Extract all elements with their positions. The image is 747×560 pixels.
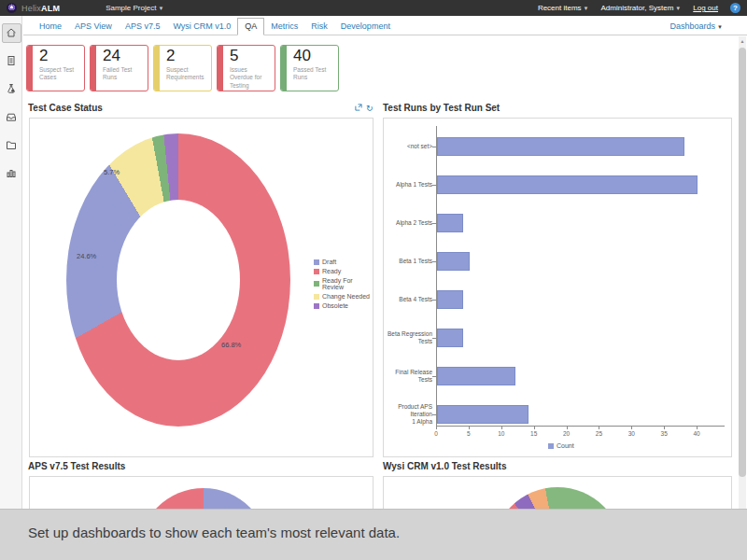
x-axis-tick-label: 25 <box>596 430 602 437</box>
x-axis-line <box>436 426 725 427</box>
card-stripe <box>154 46 160 91</box>
sidebar-item-reports[interactable] <box>0 159 22 187</box>
legend-swatch <box>548 443 554 449</box>
bar-category-label: Product APS Iteration 1 Alpha <box>384 405 432 424</box>
help-button[interactable]: ? <box>730 3 740 13</box>
x-axis-tick <box>697 427 698 429</box>
aps-results-panel <box>29 476 374 509</box>
sidebar-item-test-runs[interactable] <box>0 75 22 103</box>
card-label: Suspect Requirements <box>166 66 211 82</box>
sidebar-item-documents[interactable] <box>0 131 22 159</box>
logout-link[interactable]: Log out <box>693 4 718 12</box>
helix-logo-icon <box>7 3 17 13</box>
legend-swatch <box>314 259 319 265</box>
y-axis-tick <box>432 414 436 415</box>
bar-category-label: <not set> <box>384 137 432 156</box>
legend-label: Change Needed <box>322 293 370 300</box>
donut-data-label: 24.6% <box>77 252 96 260</box>
home-icon <box>2 23 21 43</box>
card-suspect-requirements[interactable]: 2 Suspect Requirements <box>153 45 212 91</box>
bar <box>437 214 463 232</box>
flask-clock-icon <box>2 79 21 99</box>
bar <box>437 290 463 309</box>
x-axis-tick <box>664 427 665 429</box>
y-axis-tick <box>432 300 436 301</box>
card-value: 40 <box>293 48 338 65</box>
donut-hole <box>117 200 240 360</box>
tab-home[interactable]: Home <box>33 19 68 35</box>
y-axis-tick <box>432 185 436 186</box>
tab-risk[interactable]: Risk <box>304 19 334 35</box>
x-axis-tick <box>534 427 535 429</box>
donut-data-label: 5.7% <box>104 168 120 176</box>
x-axis-tick-label: 5 <box>467 430 471 437</box>
bar <box>437 175 698 194</box>
tab-wysi-crm[interactable]: Wysi CRM v1.0 <box>166 19 237 35</box>
test-runs-bar-chart: Count <not set>Alpha 1 TestsAlpha 2 Test… <box>384 119 731 456</box>
x-axis-tick <box>436 427 437 429</box>
card-suspect-test-cases[interactable]: 2 Suspect Test Cases <box>26 45 85 91</box>
bar-category-label: Final Release Tests <box>384 367 432 385</box>
tab-development[interactable]: Development <box>334 19 397 35</box>
card-value: 2 <box>166 48 211 65</box>
x-axis-tick-label: 20 <box>563 430 570 437</box>
tab-qa[interactable]: QA <box>237 18 264 35</box>
sidebar-item-home[interactable] <box>0 19 22 47</box>
tab-metrics[interactable]: Metrics <box>264 19 304 35</box>
panel-actions: ↻ <box>355 104 374 113</box>
scroll-up-icon[interactable]: ▲ <box>739 38 746 44</box>
x-axis-tick <box>501 427 502 429</box>
card-value: 2 <box>39 48 84 65</box>
x-axis-tick-label: 30 <box>628 430 635 437</box>
dashboards-selector[interactable]: Dashboards▼ <box>670 21 723 35</box>
y-axis-tick <box>432 261 436 262</box>
metric-cards: 2 Suspect Test Cases 24 Failed Test Runs… <box>26 45 339 91</box>
bar-legend: Count <box>548 442 574 449</box>
bar-category-label: Alpha 2 Tests <box>384 214 432 232</box>
tab-aps-view[interactable]: APS View <box>68 19 119 35</box>
card-stripe <box>218 46 223 91</box>
card-failed-test-runs[interactable]: 24 Failed Test Runs <box>90 45 148 91</box>
document-icon <box>2 51 21 71</box>
bar <box>437 329 463 347</box>
legend-item: Obsolete <box>314 302 373 309</box>
scrollbar-thumb[interactable] <box>739 48 746 477</box>
legend-label: Ready <box>322 268 341 274</box>
legend-label: Count <box>557 442 574 449</box>
x-axis-tick <box>469 427 470 429</box>
legend-label: Ready For Review <box>322 277 373 290</box>
legend-swatch <box>314 303 319 309</box>
bar-category-label: Alpha 1 Tests <box>384 175 432 194</box>
left-sidebar <box>0 16 22 509</box>
project-selector[interactable]: Sample Project▼ <box>106 4 163 12</box>
user-menu[interactable]: Administrator, System▼ <box>601 4 682 12</box>
tab-aps-v75[interactable]: APS v7.5 <box>119 19 167 35</box>
inbox-icon <box>2 107 21 127</box>
y-axis-tick <box>432 376 436 377</box>
donut-legend: DraftReadyReady For ReviewChange NeededO… <box>314 259 373 312</box>
panel-title-test-runs: Test Runs by Test Run Set <box>383 103 500 113</box>
legend-item: Ready <box>314 268 373 274</box>
chevron-down-icon: ▼ <box>584 6 589 11</box>
panel-title-wysi-results: Wysi CRM v1.0 Test Results <box>383 461 506 471</box>
legend-item: Draft <box>314 259 373 265</box>
bar-category-label: Beta 1 Tests <box>384 252 432 271</box>
vertical-scrollbar[interactable]: ▲ <box>739 36 746 509</box>
bar <box>437 405 529 424</box>
bar-category-label: Beta 4 Tests <box>384 290 432 309</box>
sidebar-item-test-library[interactable] <box>0 103 22 131</box>
card-issues-overdue[interactable]: 5 Issues Overdue for Testing <box>217 45 275 91</box>
x-axis-tick-label: 15 <box>530 430 537 437</box>
x-axis-tick <box>631 427 632 429</box>
card-passed-test-runs[interactable]: 40 Passed Test Runs <box>280 45 339 91</box>
x-axis-tick <box>567 427 568 429</box>
export-icon[interactable] <box>355 104 362 113</box>
refresh-icon[interactable]: ↻ <box>366 105 374 113</box>
chevron-down-icon: ▼ <box>675 6 681 11</box>
recent-items-menu[interactable]: Recent items▼ <box>538 4 589 12</box>
card-value: 5 <box>230 48 275 65</box>
chevron-down-icon: ▼ <box>158 6 163 11</box>
legend-item: Change Needed <box>314 293 373 300</box>
x-axis-tick-label: 35 <box>661 430 668 437</box>
sidebar-item-requirements[interactable] <box>0 47 22 75</box>
